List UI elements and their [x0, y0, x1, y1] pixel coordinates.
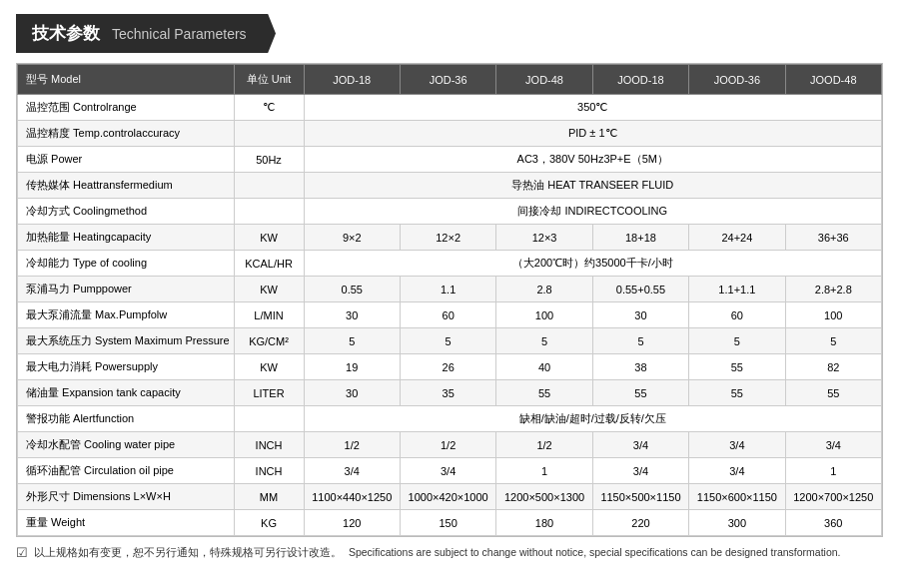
param-value: 3/4	[785, 432, 881, 458]
col-jod18: JOD-18	[304, 65, 400, 95]
param-value: 3/4	[304, 458, 400, 484]
table-row: 冷却方式 Coolingmethod间接冷却 INDIRECTCOOLING	[18, 199, 882, 225]
param-unit	[234, 121, 304, 147]
footer-note: ☑ 以上规格如有变更，恕不另行通知，特殊规格可另行设计改造。 Specifica…	[16, 545, 883, 561]
param-name: 冷却能力 Type of cooling	[18, 251, 235, 277]
param-value: 55	[592, 380, 688, 406]
param-value: 1.1	[400, 277, 495, 302]
table-row: 最大电力消耗 PowersupplyKW192640385582	[18, 354, 882, 380]
param-value: 1	[785, 458, 881, 484]
col-jod48: JOD-48	[496, 65, 592, 95]
param-value: 36+36	[785, 225, 881, 251]
table-row: 储油量 Expansion tank capacityLITER30355555…	[18, 380, 882, 406]
param-value: 0.55	[304, 277, 400, 302]
param-value: 55	[496, 380, 592, 406]
param-unit: L/MIN	[234, 302, 304, 328]
param-value: 5	[689, 328, 785, 354]
param-value: 5	[304, 328, 400, 354]
table-header-row: 型号 Model 单位 Unit JOD-18 JOD-36 JOD-48 JO…	[18, 65, 882, 95]
param-value: 19	[304, 354, 400, 380]
param-name: 警报功能 Alertfunction	[18, 406, 235, 432]
check-icon: ☑	[16, 545, 28, 560]
param-value: 120	[304, 510, 400, 536]
param-name: 传热媒体 Heattransfermedium	[18, 173, 235, 199]
param-value: 18+18	[592, 225, 688, 251]
param-name: 加热能量 Heatingcapacity	[18, 225, 235, 251]
param-name: 泵浦马力 Pumppower	[18, 277, 235, 302]
param-span-value: 缺相/缺油/超时/过载/反转/欠压	[304, 406, 881, 432]
param-name: 重量 Weight	[18, 510, 235, 536]
param-value: 35	[400, 380, 495, 406]
param-value: 60	[400, 302, 495, 328]
param-value: 1150×500×1150	[592, 484, 688, 510]
page-wrapper: 技术参数 Technical Parameters 型号 Model 单位 Un…	[0, 0, 899, 561]
param-unit	[234, 406, 304, 432]
param-value: 360	[785, 510, 881, 536]
param-name: 储油量 Expansion tank capacity	[18, 380, 235, 406]
param-value: 1/2	[400, 432, 495, 458]
param-value: 3/4	[689, 458, 785, 484]
param-value: 9×2	[304, 225, 400, 251]
param-value: 5	[592, 328, 688, 354]
header-title-zh: 技术参数	[32, 22, 100, 45]
param-value: 220	[592, 510, 688, 536]
param-unit: INCH	[234, 458, 304, 484]
param-value: 2.8	[496, 277, 592, 302]
col-jood48: JOOD-48	[785, 65, 881, 95]
param-value: 1150×600×1150	[689, 484, 785, 510]
param-value: 1.1+1.1	[689, 277, 785, 302]
tech-params-table: 型号 Model 单位 Unit JOD-18 JOD-36 JOD-48 JO…	[17, 64, 882, 536]
param-value: 82	[785, 354, 881, 380]
table-row: 重量 WeightKG120150180220300360	[18, 510, 882, 536]
param-value: 1200×500×1300	[496, 484, 592, 510]
table-row: 加热能量 HeatingcapacityKW9×212×212×318+1824…	[18, 225, 882, 251]
table-row: 外形尺寸 Dimensions L×W×HMM1100×440×12501000…	[18, 484, 882, 510]
param-value: 55	[689, 380, 785, 406]
param-value: 1200×700×1250	[785, 484, 881, 510]
param-value: 26	[400, 354, 495, 380]
param-name: 最大电力消耗 Powersupply	[18, 354, 235, 380]
footer-note-zh: 以上规格如有变更，恕不另行通知，特殊规格可另行设计改造。	[34, 546, 342, 558]
table-row: 警报功能 Alertfunction缺相/缺油/超时/过载/反转/欠压	[18, 406, 882, 432]
param-unit: KCAL/HR	[234, 251, 304, 277]
param-value: 55	[785, 380, 881, 406]
param-name: 电源 Power	[18, 147, 235, 173]
param-name: 最大系统压力 System Maximum Pressure	[18, 328, 235, 354]
table-row: 最大系统压力 System Maximum PressureKG/CM²5555…	[18, 328, 882, 354]
param-value: 150	[400, 510, 495, 536]
param-span-value: 350℃	[304, 95, 881, 121]
param-unit: ℃	[234, 95, 304, 121]
param-span-value: （大200℃时）约35000千卡/小时	[304, 251, 881, 277]
col-unit: 单位 Unit	[234, 65, 304, 95]
param-value: 0.55+0.55	[592, 277, 688, 302]
param-value: 3/4	[592, 458, 688, 484]
param-span-value: 间接冷却 INDIRECTCOOLING	[304, 199, 881, 225]
param-unit	[234, 173, 304, 199]
param-value: 1/2	[496, 432, 592, 458]
table-row: 冷却能力 Type of coolingKCAL/HR（大200℃时）约3500…	[18, 251, 882, 277]
footer-note-en: Specifications are subject to change wit…	[349, 546, 841, 558]
param-value: 1	[496, 458, 592, 484]
param-value: 38	[592, 354, 688, 380]
col-jood18: JOOD-18	[592, 65, 688, 95]
param-value: 3/4	[592, 432, 688, 458]
param-unit: 50Hz	[234, 147, 304, 173]
table-row: 冷却水配管 Cooling water pipeINCH1/21/21/23/4…	[18, 432, 882, 458]
table-row: 最大泵浦流量 Max.PumpfolwL/MIN30601003060100	[18, 302, 882, 328]
param-unit	[234, 199, 304, 225]
table-row: 泵浦马力 PumppowerKW0.551.12.80.55+0.551.1+1…	[18, 277, 882, 302]
param-name: 外形尺寸 Dimensions L×W×H	[18, 484, 235, 510]
section-header: 技术参数 Technical Parameters	[16, 14, 276, 53]
table-row: 温控精度 Temp.controlaccuracyPID ± 1℃	[18, 121, 882, 147]
param-value: 30	[592, 302, 688, 328]
table-row: 传热媒体 Heattransfermedium导热油 HEAT TRANSEER…	[18, 173, 882, 199]
table-row: 循环油配管 Circulation oil pipeINCH3/43/413/4…	[18, 458, 882, 484]
param-value: 24+24	[689, 225, 785, 251]
param-name: 最大泵浦流量 Max.Pumpfolw	[18, 302, 235, 328]
param-value: 1000×420×1000	[400, 484, 495, 510]
param-value: 5	[785, 328, 881, 354]
tech-params-table-container: 型号 Model 单位 Unit JOD-18 JOD-36 JOD-48 JO…	[16, 63, 883, 537]
param-value: 30	[304, 302, 400, 328]
table-row: 温控范围 Controlrange℃350℃	[18, 95, 882, 121]
param-name: 温控精度 Temp.controlaccuracy	[18, 121, 235, 147]
